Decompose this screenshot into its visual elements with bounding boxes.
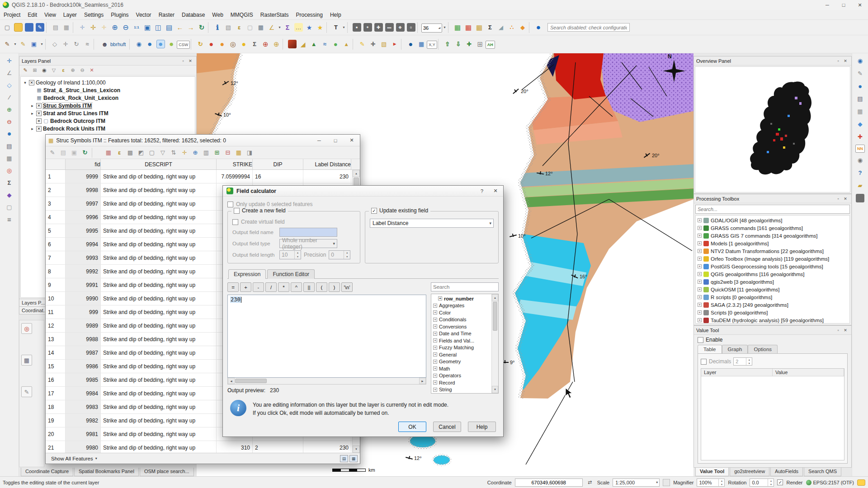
menu-item[interactable]: Web [208,10,226,20]
mmqgis-grid-icon[interactable]: ▦ [452,22,463,33]
expander-icon[interactable]: ▸ [30,111,35,116]
function-group-item[interactable]: Record [431,379,491,386]
refresh-map-icon[interactable]: ↻ [196,22,207,33]
close-panel-button[interactable]: ✕ [842,196,849,202]
remove-layer-icon[interactable]: ✕ [87,66,96,75]
move-feature-icon[interactable]: ✛ [60,39,71,50]
vertex-delete-icon[interactable]: ⊖ [4,116,15,127]
autofields-button[interactable]: AH [486,41,495,49]
rotate-feature-icon[interactable]: ↻ [71,39,82,50]
decimals-spinner[interactable]: 2 ▴▾ [733,357,752,366]
create-virtual-field-checkbox[interactable] [232,219,238,225]
function-group-item[interactable]: Fuzzy Matching [431,344,491,352]
raster-histogram-icon[interactable]: ▪ [351,22,362,33]
expand-all-icon[interactable]: ⊕ [68,66,77,75]
function-group-item[interactable]: Conversions [431,323,491,330]
function-group-item[interactable]: row_number [431,295,491,302]
add-group-icon[interactable]: ⊞ [30,66,39,75]
maximize-button[interactable]: □ [835,0,852,10]
dropdown-caret-icon[interactable]: ▾ [277,22,282,33]
output-field-type-select[interactable]: Whole number (integer) [279,239,337,248]
quickmap-icon[interactable]: ● [405,39,416,50]
operator-button[interactable]: || [303,282,315,292]
processing-provider-item[interactable]: GDAL/OGR [48 geoalgorithms] [696,216,849,224]
table-new-field-icon[interactable]: ⊞ [212,148,222,158]
layer-tree-item[interactable]: ▦ Strat_&_Struc_Lines_Lexicon [21,86,195,94]
expand-plus-icon[interactable] [433,388,437,392]
operator-button[interactable]: = [227,282,239,292]
operator-button[interactable]: '\n' [341,282,353,292]
diamond-side-icon[interactable]: ◆ [855,118,866,129]
output-field-name-input[interactable] [279,228,337,237]
table-manager-icon[interactable]: ▦ [474,22,485,33]
raster-dot-icon[interactable]: ▫ [406,22,416,33]
operator-button[interactable]: ^ [291,282,302,292]
processing-provider-item[interactable]: Orfeo Toolbox (Image analysis) [119 geoa… [696,255,849,263]
zoom-to-layer-icon[interactable]: ▤ [164,22,175,33]
zoom-red-icon[interactable]: ⊕ [260,39,271,50]
open-attribute-table-icon[interactable]: ▦ [255,22,266,33]
zoom-gold-icon[interactable]: ⊕ [271,39,282,50]
cad-construction-icon[interactable]: ∠ [4,67,15,78]
dock-tab[interactable]: Search QMS [804,468,841,476]
update-existing-field-checkbox[interactable]: ✓ [371,208,377,214]
rasterstats-grid-icon[interactable]: ▦ [463,22,474,33]
web-globe-icon[interactable]: ● [155,39,166,50]
menu-item[interactable]: Edit [24,10,41,20]
expand-plus-icon[interactable] [433,338,437,343]
layer-tree-item[interactable]: ▢ Bedrock Outcrop ITM [21,117,195,125]
note-tool-icon[interactable]: ✎ [855,68,866,79]
edit-capture-icon[interactable]: ✎ [21,386,32,397]
column-header[interactable]: DESCRIPT [101,159,217,169]
raster-line-icon[interactable]: ▬ [384,22,395,33]
separator[interactable] [208,22,211,33]
create-new-field-checkbox[interactable] [234,208,240,214]
zoom-native-icon[interactable]: 1:1 [131,22,142,33]
cancel-button[interactable]: Cancel [433,422,461,432]
locator-icon[interactable]: ◉ [133,39,144,50]
scroll-down-icon[interactable]: ▾ [492,386,498,393]
simplify-feature-icon[interactable]: ≈ [82,39,93,50]
expression-hscrollbar[interactable]: ◄ ► [227,378,426,385]
table-select-all-icon[interactable]: ▩ [125,148,135,158]
separator[interactable] [417,22,420,33]
show-all-features-button[interactable]: Show All Features ▾ [48,455,100,462]
dock-tab[interactable]: OSM place search... [140,468,194,476]
operator-button[interactable]: ( [316,282,327,292]
table-copy-icon[interactable]: ▥ [201,148,211,158]
new-project-icon[interactable]: ▢ [2,22,13,33]
column-header[interactable]: fid [66,159,101,169]
metasearch-globe-icon[interactable]: ● [144,39,155,50]
scroll-up-icon[interactable]: ▴ [353,170,360,177]
operator-button[interactable]: / [265,282,277,292]
table-toggle-edit-icon[interactable]: ✎ [47,148,57,158]
expander-icon[interactable]: ▸ [30,127,35,131]
processing-provider-item[interactable]: GRASS commands [161 geoalgorithms] [696,224,849,232]
table-view-toggle-icon[interactable]: ▤ [340,455,348,462]
table-conditional-format-icon[interactable]: ◨ [245,148,255,158]
separator[interactable] [326,22,330,33]
csw-button[interactable]: CSW [177,41,190,49]
value-tool-tab[interactable]: Graph [722,345,748,353]
map-tips-icon[interactable]: … [293,22,304,33]
separator[interactable] [283,39,286,50]
toggle-editing-icon[interactable]: ✎ [18,39,28,50]
target-tool-icon[interactable]: ◎ [4,165,15,176]
function-group-item[interactable]: Geometry [431,358,491,366]
dock-tab[interactable]: AutoFields [770,468,803,476]
grid-capture-icon[interactable]: ▦ [21,355,32,366]
operator-button[interactable]: * [278,282,289,292]
spatial-query-icon[interactable]: ▢ [4,202,15,212]
expand-plus-icon[interactable] [698,257,702,261]
expand-plus-icon[interactable] [433,352,437,357]
user-profile-button[interactable]: ☻bbrhuft [98,39,128,50]
export-vector-icon[interactable]: ⇩ [453,39,464,50]
select-features-icon[interactable]: ▧ [223,22,234,33]
select-by-expression-icon[interactable]: ε [234,22,245,33]
processing-provider-item[interactable]: qgis2web [3 geoalgorithms] [696,278,849,286]
separator[interactable] [129,39,132,50]
globe-tool-icon[interactable]: ● [4,128,15,139]
save-project-icon[interactable] [24,22,34,33]
processing-provider-item[interactable]: R scripts [0 geoalgorithms] [696,293,849,301]
toggle-extents-icon[interactable]: ⇄ [586,479,594,487]
